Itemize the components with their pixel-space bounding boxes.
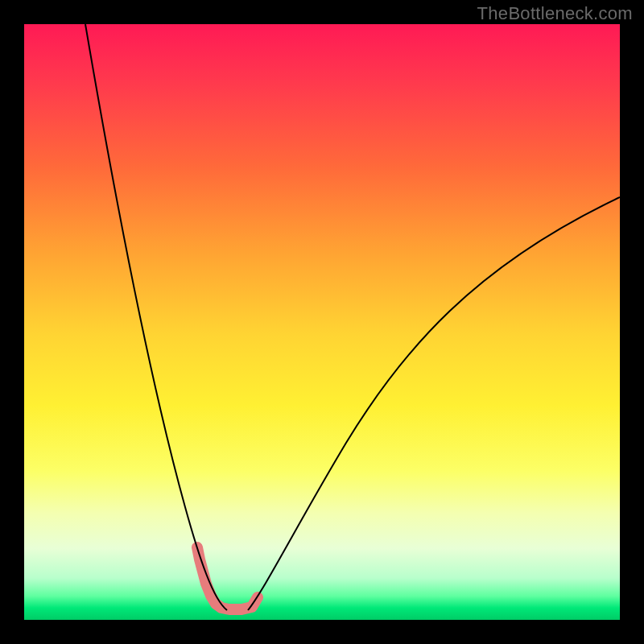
right-branch (248, 197, 620, 610)
bottleneck-curve (24, 24, 620, 620)
watermark-text: TheBottleneck.com (477, 3, 633, 24)
chart-frame: TheBottleneck.com (0, 0, 644, 644)
highlight-segment (197, 547, 258, 609)
left-branch (85, 24, 227, 610)
plot-area (24, 24, 620, 620)
